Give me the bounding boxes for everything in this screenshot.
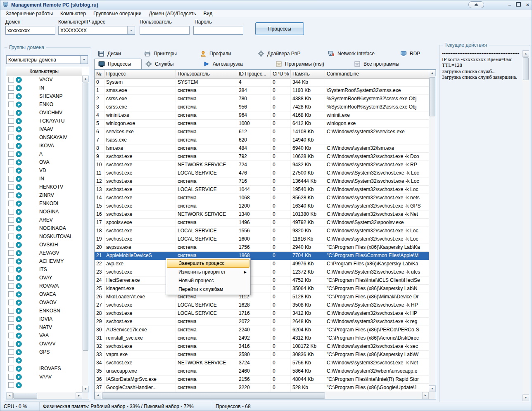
menu-item[interactable]: Завершение работы [2, 10, 57, 17]
table-row[interactable]: 23svchost.exe012372 KbC:\Windows\System3… [95, 268, 429, 276]
table-row[interactable]: 30AUService17k.exeсистема224006204 Kb"C:… [95, 326, 429, 334]
computer-list-item[interactable]: ROVAVA [6, 282, 82, 290]
user-input[interactable] [140, 26, 190, 35]
tab-gear[interactable]: Драйвера PnP [254, 48, 324, 59]
table-row[interactable]: 36IAStorDataMgrSvc.exeсистема2156048044 … [95, 376, 429, 384]
password-input[interactable] [193, 26, 243, 35]
table-row[interactable]: 8lsm.exeсистема48406940 KbC:\Windows\sys… [95, 144, 429, 153]
computer-checkbox[interactable] [8, 85, 14, 91]
computer-list-item[interactable]: A [6, 150, 82, 158]
computer-list-item[interactable]: OVSKIH [6, 241, 82, 249]
column-header[interactable]: № [95, 70, 104, 78]
computer-checkbox[interactable] [8, 118, 14, 124]
scrollbar-thumb[interactable] [13, 393, 37, 399]
computer-list-item[interactable]: IROVAES [6, 364, 82, 373]
tab-allprograms[interactable]: Все программы [350, 59, 424, 69]
scrollbar-thumb[interactable] [83, 83, 88, 351]
tab-disk[interactable]: Диски [94, 48, 140, 59]
scrollbar-down-icon[interactable]: ▼ [522, 394, 529, 401]
computer-list-item[interactable]: NOGINAOA [6, 224, 82, 232]
computer-checkbox[interactable] [8, 316, 14, 322]
table-row[interactable]: 32svchost.exeсистема34160108172 KbC:\Win… [95, 342, 429, 351]
menu-item[interactable]: Вид [200, 10, 216, 17]
chevron-down-icon[interactable]: ▼ [127, 26, 135, 34]
computer-list-item[interactable]: VAA [6, 331, 82, 340]
computer-list-item[interactable]: AREV [6, 216, 82, 224]
computer-list-item[interactable]: NOSKUTOVAL [6, 232, 82, 241]
context-menu-item[interactable]: Изменить приоритет▶ [167, 268, 249, 276]
computer-checkbox[interactable] [8, 93, 14, 99]
table-vertical-scrollbar[interactable]: ▲ ▼ [429, 70, 436, 392]
table-row[interactable]: 24HeciServer.exe04752 Kb"C:\Program File… [95, 276, 429, 285]
computer-checkbox[interactable] [8, 225, 14, 231]
eject-button[interactable] [468, 1, 484, 8]
computer-list-item[interactable]: ENKO [6, 100, 82, 109]
computer-checkbox[interactable] [8, 234, 14, 239]
table-row[interactable]: 9svchost.exeсистема792010628 KbC:\Window… [95, 153, 429, 161]
table-row[interactable]: 25klnagent.exe035064 Kb"C:\Program Files… [95, 285, 429, 293]
table-row[interactable]: 7lsass.exeсистема620014940 Kb [95, 136, 429, 144]
maximize-button[interactable] [516, 2, 521, 7]
context-menu-item[interactable]: Новый процесс [167, 276, 249, 285]
domain-input[interactable] [5, 26, 55, 35]
tab-rdp[interactable]: RDP [397, 48, 428, 59]
tab-printer[interactable]: Принтеры [140, 48, 196, 59]
computer-checkbox[interactable] [8, 184, 14, 190]
computer-list-item[interactable]: ENKOSN [6, 307, 82, 315]
table-row[interactable]: 0SystemSYSTEM40344 Kb [95, 78, 429, 87]
computer-checkbox[interactable] [8, 110, 14, 116]
computer-checkbox[interactable] [8, 300, 14, 305]
minimize-button[interactable]: – [508, 2, 511, 7]
computer-list-item[interactable]: IN [6, 175, 82, 183]
computer-checkbox[interactable] [8, 201, 14, 206]
computer-checkbox[interactable] [8, 192, 14, 198]
computer-checkbox[interactable] [8, 374, 14, 380]
column-header[interactable]: CPU % [271, 70, 291, 78]
column-header[interactable]: Процесс [104, 70, 176, 78]
scrollbar-thumb[interactable] [429, 77, 435, 116]
computer-checkbox[interactable] [8, 366, 14, 371]
computer-checkbox[interactable] [8, 168, 14, 173]
column-header[interactable]: Пользователь [176, 70, 237, 78]
computer-checkbox[interactable] [8, 102, 14, 107]
scrollbar-thumb[interactable] [102, 392, 325, 399]
computer-checkbox[interactable] [8, 176, 14, 182]
column-header[interactable]: Память [291, 70, 325, 78]
table-row[interactable]: 13svchost.exeLOCAL SERVICE1044019540 KbC… [95, 186, 429, 194]
computer-checkbox[interactable] [8, 275, 14, 281]
table-row[interactable]: 37GoogleCrashHandler...система32200528 K… [95, 384, 429, 392]
table-row[interactable]: 17spoolsv.exeсистема1496049792 KbC:\Wind… [95, 219, 429, 227]
computer-checkbox[interactable] [8, 291, 14, 297]
scrollbar-up-icon[interactable]: ▲ [82, 76, 89, 82]
scrollbar-down-icon[interactable]: ▼ [429, 385, 436, 392]
table-row[interactable]: 29svchost.exeсистема207202648 KbC:\Windo… [95, 318, 429, 326]
chevron-down-icon[interactable]: ▼ [80, 56, 88, 64]
table-row[interactable]: 27svchost.exeLOCAL SERVICE162803508 KbC:… [95, 301, 429, 309]
computer-checkbox[interactable] [8, 242, 14, 248]
table-row[interactable]: 6services.exeсистема612014108 KbC:\Windo… [95, 128, 429, 136]
computer-checkbox[interactable] [8, 77, 14, 83]
computer-list-item[interactable]: HENKOTV [6, 183, 82, 191]
scrollbar-up-icon[interactable]: ▲ [522, 50, 529, 57]
computer-list-item[interactable]: OVAEA [6, 290, 82, 298]
scrollbar-left-icon[interactable]: ◄ [6, 392, 13, 399]
computer-list-item[interactable]: VAAV [6, 373, 82, 381]
computer-checkbox[interactable] [8, 135, 14, 140]
table-row[interactable]: 18svchost.exeLOCAL SERVICE155609820 KbC:… [95, 227, 429, 235]
table-row[interactable]: 20avpsus.exeсистема175602940 Kb"C:\Progr… [95, 243, 429, 252]
context-menu-item[interactable]: Завершить процесс [167, 259, 249, 268]
computer-list-item[interactable]: ONSKAYAIV [6, 133, 82, 142]
tab-msi[interactable]: Программы (msi) [272, 59, 350, 69]
computer-list-item[interactable]: NOGINA [6, 208, 82, 216]
menu-item[interactable]: Групповые операции [90, 10, 145, 17]
computer-list-item[interactable]: ACHEVMY [6, 257, 82, 265]
computer-checkbox[interactable] [8, 217, 14, 223]
log-vertical-scrollbar[interactable]: ▲ ▼ [522, 50, 529, 401]
computer-list-item[interactable]: ZINRV [6, 191, 82, 199]
scrollbar-left-icon[interactable]: ◄ [95, 392, 101, 399]
computer-checkbox[interactable] [8, 283, 14, 289]
table-row[interactable]: 2csrss.exeсистема78004388 Kb%SystemRoot%… [95, 95, 429, 103]
table-row[interactable]: 28svchost.exeLOCAL SERVICE171603412 KbC:… [95, 309, 429, 318]
computer-list-item[interactable]: GPS [6, 348, 82, 356]
computer-list-item[interactable]: AEVAGV [6, 249, 82, 257]
